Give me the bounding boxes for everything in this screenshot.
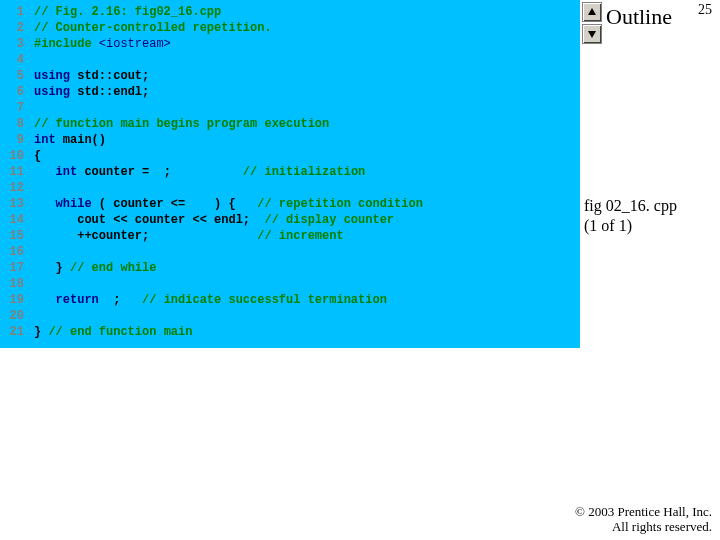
copyright-line2: All rights reserved.	[575, 519, 712, 534]
code-segment: <iostream>	[99, 37, 171, 51]
code-segment: std::endl;	[77, 85, 149, 99]
code-line: 21} // end function main	[0, 324, 580, 340]
code-text: return ; // indicate successful terminat…	[34, 292, 387, 308]
code-text: // function main begins program executio…	[34, 116, 329, 132]
code-segment	[34, 293, 56, 307]
line-number: 13	[0, 196, 34, 212]
code-segment: // repetition condition	[257, 197, 423, 211]
code-line: 17 } // end while	[0, 260, 580, 276]
code-segment: // initialization	[243, 165, 365, 179]
line-number: 10	[0, 148, 34, 164]
code-line: 16	[0, 244, 580, 260]
line-number: 7	[0, 100, 34, 116]
code-segment: return	[56, 293, 114, 307]
code-text: using std::endl;	[34, 84, 149, 100]
code-segment: ;	[113, 293, 142, 307]
code-line: 9int main()	[0, 132, 580, 148]
code-pane: 1// Fig. 2.16: fig02_16.cpp2// Counter-c…	[0, 0, 580, 348]
right-column: Outline 25 fig 02_16. cpp (1 of 1)	[580, 0, 720, 540]
code-text: int counter = ; // initialization	[34, 164, 365, 180]
code-segment: main()	[63, 133, 106, 147]
code-line: 6using std::endl;	[0, 84, 580, 100]
code-text: } // end function main	[34, 324, 192, 340]
code-segment: int	[34, 133, 63, 147]
code-segment: using	[34, 85, 77, 99]
line-number: 5	[0, 68, 34, 84]
code-line: 15 ++counter; // increment	[0, 228, 580, 244]
slide: 1// Fig. 2.16: fig02_16.cpp2// Counter-c…	[0, 0, 720, 540]
svg-marker-1	[588, 31, 596, 38]
nav-buttons	[582, 2, 602, 44]
code-text: ++counter; // increment	[34, 228, 344, 244]
code-segment: cout << counter << endl;	[34, 213, 264, 227]
code-line: 2// Counter-controlled repetition.	[0, 20, 580, 36]
code-segment: int	[56, 165, 85, 179]
code-segment: {	[34, 149, 41, 163]
code-segment	[34, 197, 56, 211]
code-line: 8// function main begins program executi…	[0, 116, 580, 132]
code-segment: }	[34, 261, 70, 275]
code-segment: counter = ;	[84, 165, 242, 179]
code-text: {	[34, 148, 41, 164]
figure-part: (1 of 1)	[584, 216, 677, 236]
code-text: // Fig. 2.16: fig02_16.cpp	[34, 4, 221, 20]
line-number: 19	[0, 292, 34, 308]
code-line: 5using std::cout;	[0, 68, 580, 84]
line-number: 14	[0, 212, 34, 228]
figure-reference: fig 02_16. cpp (1 of 1)	[584, 196, 677, 236]
code-segment: // end function main	[48, 325, 192, 339]
line-number: 16	[0, 244, 34, 260]
code-segment: std::cout;	[77, 69, 149, 83]
code-segment: while	[56, 197, 99, 211]
code-text: #include <iostream>	[34, 36, 171, 52]
nav-up-button[interactable]	[582, 2, 602, 22]
outline-heading: Outline	[606, 4, 672, 30]
figure-name: fig 02_16. cpp	[584, 196, 677, 216]
line-number: 6	[0, 84, 34, 100]
line-number: 8	[0, 116, 34, 132]
copyright-line1: © 2003 Prentice Hall, Inc.	[575, 504, 712, 519]
code-segment: // Counter-controlled repetition.	[34, 21, 272, 35]
code-line: 19 return ; // indicate successful termi…	[0, 292, 580, 308]
line-number: 18	[0, 276, 34, 292]
line-number: 12	[0, 180, 34, 196]
line-number: 2	[0, 20, 34, 36]
code-segment	[34, 165, 56, 179]
code-line: 13 while ( counter <= ) { // repetition …	[0, 196, 580, 212]
code-line: 18	[0, 276, 580, 292]
code-text: cout << counter << endl; // display coun…	[34, 212, 394, 228]
code-segment: #include	[34, 37, 99, 51]
copyright: © 2003 Prentice Hall, Inc. All rights re…	[575, 504, 712, 534]
nav-down-button[interactable]	[582, 24, 602, 44]
line-number: 17	[0, 260, 34, 276]
code-segment: // display counter	[264, 213, 394, 227]
code-line: 14 cout << counter << endl; // display c…	[0, 212, 580, 228]
code-text: using std::cout;	[34, 68, 149, 84]
page-number: 25	[698, 2, 712, 18]
code-text: while ( counter <= ) { // repetition con…	[34, 196, 423, 212]
code-text: // Counter-controlled repetition.	[34, 20, 272, 36]
code-segment: // increment	[257, 229, 343, 243]
line-number: 9	[0, 132, 34, 148]
down-arrow-icon	[587, 29, 597, 39]
svg-marker-0	[588, 8, 596, 15]
code-line: 11 int counter = ; // initialization	[0, 164, 580, 180]
code-segment: using	[34, 69, 77, 83]
code-line: 4	[0, 52, 580, 68]
code-line: 1// Fig. 2.16: fig02_16.cpp	[0, 4, 580, 20]
code-line: 7	[0, 100, 580, 116]
code-text: int main()	[34, 132, 106, 148]
line-number: 11	[0, 164, 34, 180]
line-number: 20	[0, 308, 34, 324]
code-text: } // end while	[34, 260, 156, 276]
code-segment: // indicate successful termination	[142, 293, 387, 307]
code-segment: ( counter <= ) {	[99, 197, 257, 211]
code-line: 3#include <iostream>	[0, 36, 580, 52]
line-number: 15	[0, 228, 34, 244]
code-segment: // end while	[70, 261, 156, 275]
code-line: 10{	[0, 148, 580, 164]
line-number: 4	[0, 52, 34, 68]
code-segment: }	[34, 325, 48, 339]
up-arrow-icon	[587, 7, 597, 17]
line-number: 21	[0, 324, 34, 340]
